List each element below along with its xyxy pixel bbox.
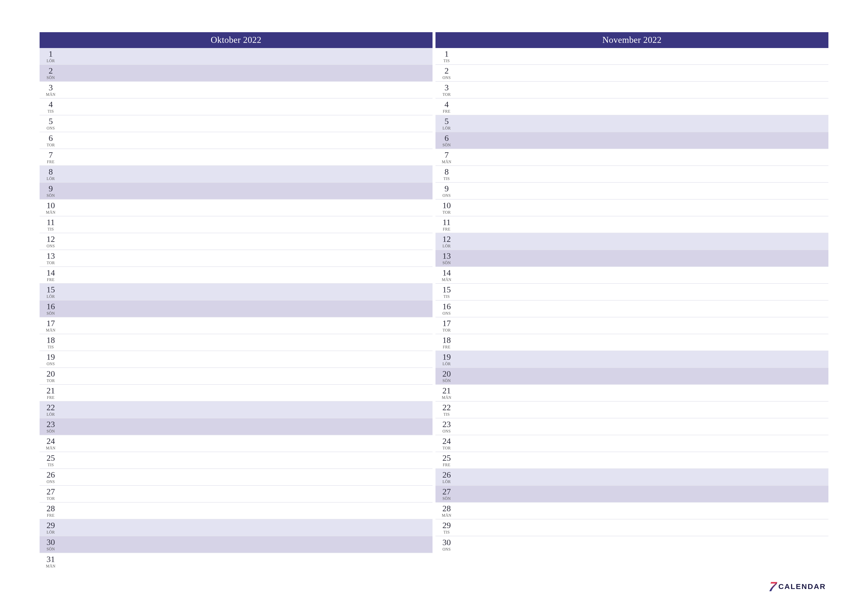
- day-row: 22LÖR: [40, 401, 432, 418]
- day-abbr: LÖR: [442, 126, 451, 131]
- day-abbr: MÅN: [46, 92, 56, 97]
- day-abbr: FRE: [47, 513, 55, 518]
- note-cell: [458, 199, 828, 216]
- day-cell: 16ONS: [436, 300, 458, 317]
- day-number: 15: [442, 286, 451, 294]
- day-cell: 8TIS: [436, 166, 458, 182]
- day-row: 14MÅN: [436, 267, 828, 284]
- note-cell: [62, 334, 432, 351]
- day-cell: 26LÖR: [436, 469, 458, 485]
- day-cell: 26ONS: [40, 469, 62, 485]
- note-cell: [458, 519, 828, 536]
- day-row: 10TOR: [436, 199, 828, 216]
- day-abbr: ONS: [46, 480, 55, 484]
- day-abbr: TIS: [443, 59, 450, 63]
- day-cell: 30ONS: [436, 536, 458, 553]
- day-number: 16: [46, 302, 55, 311]
- note-cell: [458, 418, 828, 435]
- note-cell: [62, 132, 432, 149]
- note-cell: [62, 469, 432, 485]
- day-number: 27: [46, 488, 55, 496]
- day-cell: 29LÖR: [40, 519, 62, 536]
- day-row: 31MÅN: [40, 553, 432, 570]
- day-number: 2: [445, 67, 449, 75]
- note-cell: [62, 166, 432, 182]
- day-cell: 6TOR: [40, 132, 62, 149]
- day-number: 23: [46, 420, 55, 429]
- day-cell: 2SÖN: [40, 65, 62, 81]
- note-cell: [62, 317, 432, 334]
- day-cell: 13TOR: [40, 250, 62, 266]
- note-cell: [62, 536, 432, 553]
- day-abbr: MÅN: [442, 395, 451, 400]
- note-cell: [458, 368, 828, 384]
- day-row: 23SÖN: [40, 418, 432, 435]
- day-cell: 2ONS: [436, 65, 458, 81]
- day-number: 23: [442, 420, 451, 429]
- day-abbr: FRE: [443, 345, 451, 349]
- note-cell: [62, 452, 432, 468]
- day-abbr: MÅN: [442, 513, 451, 518]
- day-number: 9: [445, 185, 449, 193]
- month-column: Oktober 20221LÖR2SÖN3MÅN4TIS5ONS6TOR7FRE…: [40, 32, 432, 570]
- day-cell: 10TOR: [436, 199, 458, 216]
- month-header: November 2022: [436, 32, 828, 48]
- day-number: 26: [46, 471, 55, 479]
- day-cell: 17TOR: [436, 317, 458, 334]
- day-abbr: SÖN: [442, 143, 451, 147]
- note-cell: [62, 82, 432, 98]
- day-row: 5LÖR: [436, 115, 828, 132]
- day-abbr: FRE: [443, 463, 451, 467]
- day-abbr: TIS: [48, 345, 54, 349]
- day-row: 13SÖN: [436, 250, 828, 267]
- day-number: 18: [46, 336, 55, 344]
- day-row: 26LÖR: [436, 469, 828, 486]
- note-cell: [62, 48, 432, 64]
- note-cell: [458, 536, 828, 553]
- day-abbr: MÅN: [442, 160, 451, 164]
- day-abbr: LÖR: [46, 530, 55, 535]
- day-row: 19LÖR: [436, 351, 828, 368]
- day-row: 26ONS: [40, 469, 432, 486]
- day-number: 31: [46, 555, 55, 563]
- day-cell: 25FRE: [436, 452, 458, 468]
- day-row: 27SÖN: [436, 486, 828, 503]
- day-number: 6: [49, 134, 53, 142]
- day-number: 7: [49, 151, 53, 159]
- day-abbr: FRE: [443, 227, 451, 232]
- day-abbr: LÖR: [46, 294, 55, 299]
- day-row: 2ONS: [436, 65, 828, 82]
- day-number: 19: [46, 353, 55, 361]
- note-cell: [458, 334, 828, 351]
- day-abbr: SÖN: [442, 261, 451, 265]
- planner-page: Oktober 20221LÖR2SÖN3MÅN4TIS5ONS6TOR7FRE…: [0, 0, 868, 614]
- day-number: 14: [46, 269, 55, 277]
- day-row: 29TIS: [436, 519, 828, 536]
- day-abbr: TOR: [442, 446, 451, 450]
- day-number: 1: [49, 50, 53, 58]
- day-number: 13: [46, 252, 55, 260]
- day-cell: 24MÅN: [40, 435, 62, 452]
- day-abbr: FRE: [47, 278, 55, 282]
- note-cell: [458, 351, 828, 367]
- day-cell: 1TIS: [436, 48, 458, 64]
- day-row: 19ONS: [40, 351, 432, 368]
- note-cell: [458, 284, 828, 300]
- day-row: 18TIS: [40, 334, 432, 351]
- day-number: 4: [445, 100, 449, 109]
- day-number: 24: [442, 437, 451, 445]
- day-row: 15TIS: [436, 284, 828, 300]
- note-cell: [458, 149, 828, 165]
- day-row: 15LÖR: [40, 284, 432, 300]
- day-cell: 3MÅN: [40, 82, 62, 98]
- day-cell: 6SÖN: [436, 132, 458, 149]
- day-number: 10: [442, 201, 451, 210]
- day-abbr: MÅN: [46, 328, 56, 333]
- day-abbr: TIS: [443, 177, 450, 181]
- note-cell: [458, 65, 828, 81]
- day-cell: 7MÅN: [436, 149, 458, 165]
- day-cell: 28MÅN: [436, 503, 458, 519]
- note-cell: [62, 250, 432, 266]
- day-row: 9SÖN: [40, 183, 432, 199]
- note-cell: [458, 486, 828, 502]
